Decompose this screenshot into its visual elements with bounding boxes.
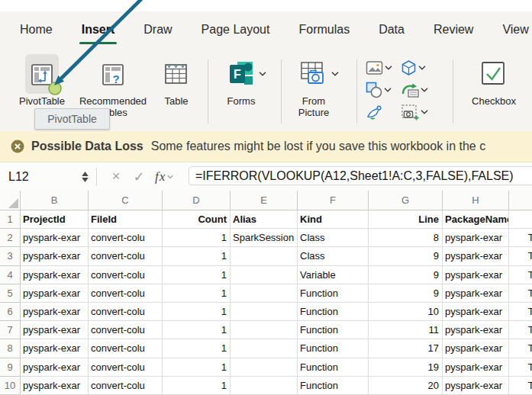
cell-I7[interactable]: TRUE — [509, 321, 532, 339]
cell-H9[interactable]: pyspark-exar — [443, 358, 509, 377]
column-header-E[interactable]: E — [231, 191, 298, 210]
cell-C7[interactable]: convert-colu — [89, 321, 163, 339]
cell-H6[interactable]: pyspark-exar — [443, 303, 509, 321]
cell-D10[interactable]: 1 — [163, 377, 231, 395]
row-header-10[interactable]: 10 — [0, 377, 21, 395]
cell-H10[interactable]: pyspark-exar — [443, 377, 509, 395]
tab-view[interactable]: View — [502, 23, 528, 37]
cell-G2[interactable]: 8 — [369, 229, 443, 247]
cell-E2[interactable]: SparkSession — [231, 229, 298, 247]
tab-formulas[interactable]: Formulas — [298, 23, 350, 37]
row-header-6[interactable]: 6 — [0, 303, 21, 321]
tab-insert[interactable]: Insert — [82, 23, 115, 37]
row-header-2[interactable]: 2 — [0, 229, 21, 247]
cell-B7[interactable]: pyspark-exar — [21, 321, 89, 339]
cell-D4[interactable]: 1 — [163, 266, 231, 284]
cell-H2[interactable]: pyspark-exar — [443, 229, 509, 247]
cell-F7[interactable]: Function — [298, 321, 369, 339]
pictures-chevron-icon[interactable] — [385, 66, 392, 70]
cell-F3[interactable]: Class — [298, 247, 369, 265]
row-header-7[interactable]: 7 — [0, 321, 21, 339]
cell-B6[interactable]: pyspark-exar — [21, 303, 89, 321]
cell-F10[interactable]: Function — [298, 377, 369, 395]
cell-F6[interactable]: Function — [298, 303, 369, 321]
cell-C2[interactable]: convert-colu — [89, 229, 163, 247]
cell-F4[interactable]: Variable — [298, 266, 369, 284]
cell-H7[interactable]: pyspark-exar — [443, 321, 509, 339]
shapes-chevron-icon[interactable] — [384, 88, 392, 92]
stepper-down-icon[interactable] — [82, 178, 89, 182]
cell-G9[interactable]: 19 — [369, 358, 443, 377]
cell-F2[interactable]: Class — [298, 229, 369, 247]
row-header-1[interactable]: 1 — [0, 210, 21, 229]
column-header-I[interactable]: I — [509, 191, 532, 210]
icons-button[interactable] — [366, 101, 401, 123]
cell-C9[interactable]: convert-colu — [89, 358, 163, 377]
cell-D5[interactable]: 1 — [163, 284, 231, 303]
pivottable-button[interactable]: PivotTable — [12, 54, 72, 107]
column-header-H[interactable]: H — [443, 191, 509, 210]
name-box[interactable]: L12 — [0, 170, 82, 184]
cell-E10[interactable] — [231, 377, 298, 395]
cancel-button[interactable]: × — [105, 169, 127, 185]
column-header-C[interactable]: C — [89, 191, 163, 210]
cell-H8[interactable]: pyspark-exar — [443, 339, 509, 358]
cell-I6[interactable]: TRUE — [509, 303, 532, 321]
cell-B5[interactable]: pyspark-exar — [21, 284, 89, 303]
cell-E3[interactable] — [231, 247, 298, 265]
column-header-G[interactable]: G — [369, 191, 443, 210]
column-header-B[interactable]: B — [21, 191, 89, 210]
cell-G5[interactable]: 9 — [369, 284, 443, 303]
tab-data[interactable]: Data — [379, 23, 405, 37]
smartart-chevron-icon[interactable] — [421, 88, 428, 92]
cell-C5[interactable]: convert-colu — [89, 284, 163, 303]
select-all-corner[interactable] — [0, 191, 21, 210]
cell-G10[interactable]: 20 — [369, 377, 443, 395]
cell-I9[interactable]: TRUE — [509, 358, 532, 377]
pictures-button[interactable] — [366, 56, 401, 79]
cell-I5[interactable]: TRUE — [509, 284, 532, 303]
cell-B10[interactable]: pyspark-exar — [21, 377, 89, 395]
checkbox-button[interactable]: Checkbox — [459, 54, 528, 107]
tab-review[interactable]: Review — [434, 23, 473, 37]
cell-G1[interactable]: Line — [369, 210, 443, 229]
cell-G6[interactable]: 10 — [369, 303, 443, 321]
cell-D2[interactable]: 1 — [163, 229, 231, 247]
cell-H5[interactable]: pyspark-exar — [443, 284, 509, 303]
cell-C8[interactable]: convert-colu — [89, 339, 163, 358]
cell-G8[interactable]: 17 — [369, 339, 443, 358]
cell-I1[interactable]: Sup — [509, 210, 532, 229]
row-header-9[interactable]: 9 — [0, 358, 21, 377]
cell-H3[interactable]: pyspark-exar — [443, 247, 509, 265]
cell-G3[interactable]: 9 — [369, 247, 443, 265]
cell-C3[interactable]: convert-colu — [89, 247, 163, 265]
cell-E9[interactable] — [231, 358, 298, 377]
cell-I2[interactable]: TRUE — [509, 229, 532, 247]
3d-models-button[interactable] — [401, 56, 437, 79]
cell-E6[interactable] — [231, 303, 298, 321]
stepper-up-icon[interactable] — [82, 172, 89, 176]
cell-B8[interactable]: pyspark-exar — [21, 339, 89, 358]
cell-E8[interactable] — [231, 339, 298, 358]
cell-C4[interactable]: convert-colu — [89, 266, 163, 284]
cell-G7[interactable]: 11 — [369, 321, 443, 339]
enter-button[interactable]: ✓ — [127, 169, 150, 185]
insert-function-button[interactable]: fx — [155, 169, 166, 185]
smartart-button[interactable] — [401, 79, 437, 101]
cell-B1[interactable]: ProjectId — [21, 210, 89, 229]
cell-F9[interactable]: Function — [298, 358, 369, 377]
cell-E5[interactable] — [231, 284, 298, 303]
cell-H1[interactable]: PackageName — [443, 210, 509, 229]
name-box-stepper[interactable] — [82, 172, 89, 182]
cell-I4[interactable]: TRUE — [509, 266, 532, 284]
fx-chevron-icon[interactable] — [167, 175, 173, 179]
cell-D6[interactable]: 1 — [163, 303, 231, 321]
formula-input[interactable]: =IFERROR(VLOOKUP(A12,Sheet1!A:C,3,FALSE)… — [189, 166, 532, 185]
cell-C6[interactable]: convert-colu — [89, 303, 163, 321]
cell-I8[interactable]: TRUE — [509, 339, 532, 358]
from-picture-button[interactable]: From Picture — [289, 54, 338, 118]
warning-x-icon[interactable] — [11, 140, 24, 153]
cell-C1[interactable]: FileId — [89, 210, 163, 229]
screenshot-chevron-icon[interactable] — [421, 110, 428, 114]
cell-C10[interactable]: convert-colu — [89, 377, 163, 395]
